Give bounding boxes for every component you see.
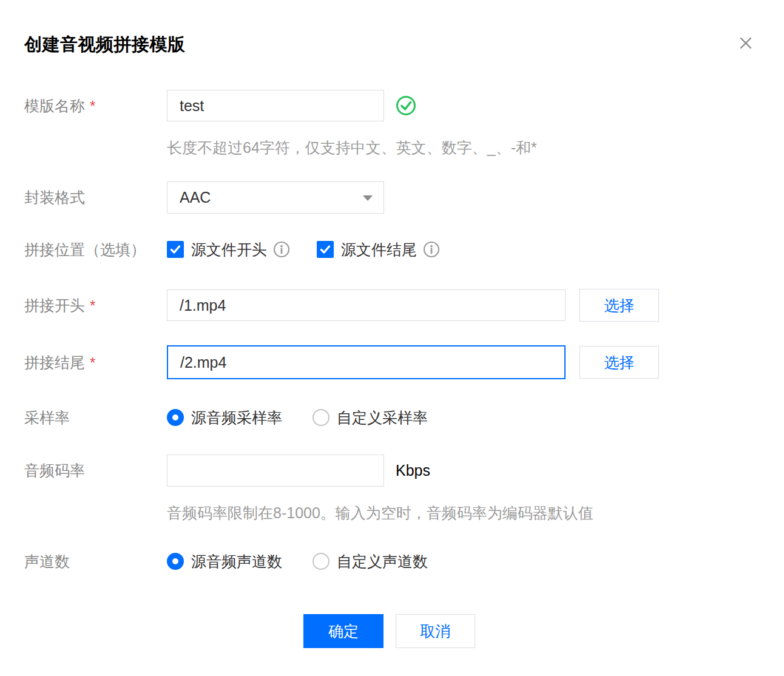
radio-custom-channels-label[interactable]: 自定义声道数 [337, 552, 428, 572]
template-name-hint: 长度不超过64字符，仅支持中文、英文、数字、_、-和* [167, 138, 537, 158]
info-icon[interactable] [423, 241, 440, 258]
splice-end-label: 拼接结尾* [24, 345, 95, 380]
sample-rate-label: 采样率 [24, 409, 70, 426]
required-asterisk: * [90, 98, 95, 114]
audio-bitrate-input[interactable] [167, 455, 384, 487]
chevron-down-icon [363, 195, 373, 201]
splice-end-select-button[interactable]: 选择 [580, 346, 659, 379]
audio-bitrate-hint: 音频码率限制在8-1000。输入为空时，音频码率为编码器默认值 [167, 503, 593, 523]
audio-bitrate-unit: Kbps [396, 455, 430, 487]
radio-source-channels-label[interactable]: 源音频声道数 [191, 552, 282, 572]
close-icon [737, 34, 755, 52]
required-asterisk: * [90, 297, 95, 314]
channels-group: 源音频声道数 自定义声道数 [167, 553, 428, 570]
radio-source-channels[interactable] [167, 553, 184, 570]
splice-position-label: 拼接位置（选填） [24, 241, 146, 258]
splice-start-input[interactable] [167, 289, 566, 321]
close-button[interactable] [735, 33, 756, 53]
checkbox-source-end-label[interactable]: 源文件结尾 [341, 240, 417, 260]
splice-start-label: 拼接开头* [24, 289, 95, 322]
radio-custom-sample-rate[interactable] [313, 409, 329, 426]
radio-source-sample-rate-label[interactable]: 源音频采样率 [191, 408, 282, 428]
audio-bitrate-label: 音频码率 [24, 455, 85, 487]
check-icon [169, 243, 182, 256]
check-circle-icon [396, 95, 416, 116]
template-name-input[interactable] [167, 90, 384, 121]
radio-source-sample-rate[interactable] [167, 409, 184, 426]
container-format-label: 封装格式 [24, 181, 85, 214]
container-format-value: AAC [180, 189, 211, 206]
check-icon [319, 243, 332, 256]
checkbox-source-start-label[interactable]: 源文件开头 [191, 240, 267, 260]
radio-custom-channels[interactable] [313, 553, 329, 570]
confirm-button[interactable]: 确定 [303, 614, 384, 648]
template-name-label: 模版名称* [24, 90, 95, 122]
radio-custom-sample-rate-label[interactable]: 自定义采样率 [337, 408, 428, 428]
splice-position-group: 源文件开头 源文件结尾 [167, 241, 440, 258]
channels-label: 声道数 [24, 553, 70, 570]
sample-rate-group: 源音频采样率 自定义采样率 [167, 409, 428, 426]
cancel-button[interactable]: 取消 [396, 614, 475, 648]
info-icon[interactable] [273, 241, 290, 258]
container-format-select[interactable]: AAC [167, 181, 384, 214]
page-title: 创建音视频拼接模版 [24, 33, 186, 57]
splice-end-input[interactable] [167, 345, 566, 379]
checkbox-source-start[interactable] [167, 241, 184, 258]
required-asterisk: * [90, 354, 95, 371]
splice-start-select-button[interactable]: 选择 [580, 289, 659, 322]
checkbox-source-end[interactable] [317, 241, 334, 258]
